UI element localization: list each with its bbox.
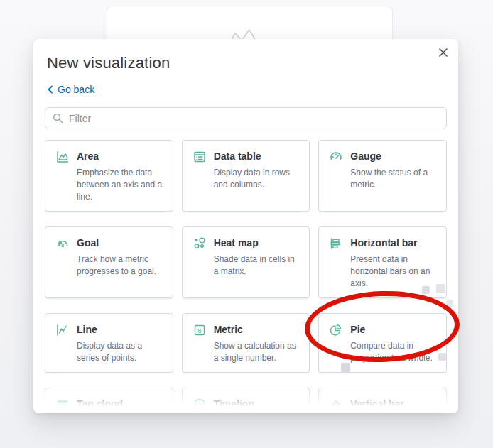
vis-type-title: Goal bbox=[77, 236, 164, 249]
vis-type-title: Horizontal bar bbox=[350, 236, 438, 249]
area-chart-icon bbox=[55, 150, 70, 164]
pie-chart-icon bbox=[329, 323, 343, 337]
filter-search-box bbox=[45, 107, 447, 129]
vis-type-card-gauge[interactable]: Gauge Show the status of a metric. bbox=[318, 140, 447, 212]
gauge-icon bbox=[329, 150, 343, 164]
svg-text:8: 8 bbox=[197, 327, 201, 334]
vis-type-description: Track how a metric progresses to a goal. bbox=[77, 253, 164, 278]
metric-icon: 8 bbox=[193, 323, 207, 337]
vis-type-card-line[interactable]: Line Display data as a series of points. bbox=[45, 313, 173, 373]
svg-text:8: 8 bbox=[61, 243, 64, 248]
tag-cloud-icon bbox=[55, 398, 70, 412]
go-back-link[interactable]: Go back bbox=[47, 84, 94, 95]
visualization-type-grid: Area Emphasize the data between an axis … bbox=[45, 140, 447, 413]
close-icon[interactable] bbox=[434, 43, 453, 62]
vis-type-title: Timelion bbox=[214, 398, 301, 410]
vertical-bar-icon bbox=[329, 398, 343, 412]
vis-type-card-timelion[interactable]: Timelion Show time series data on a grap… bbox=[182, 388, 310, 413]
vis-type-description: Shade data in cells in a matrix. bbox=[214, 253, 301, 278]
vis-type-title: Metric bbox=[214, 323, 301, 336]
vis-type-card-data-table[interactable]: Data table Display data in rows and colu… bbox=[182, 140, 310, 212]
vis-type-description: Display data as a series of points. bbox=[77, 340, 164, 364]
vis-type-title: Gauge bbox=[350, 150, 438, 163]
search-icon bbox=[53, 113, 63, 124]
vis-type-card-pie[interactable]: Pie Compare data in proportion to a whol… bbox=[318, 313, 447, 373]
vis-type-title: Tag cloud bbox=[77, 398, 164, 410]
goal-icon: 8 bbox=[55, 236, 70, 251]
screen: New visualization Go back bbox=[0, 0, 493, 448]
line-chart-icon bbox=[55, 323, 70, 337]
vis-type-title: Data table bbox=[214, 150, 301, 163]
vis-type-description: Show the status of a metric. bbox=[350, 167, 438, 191]
timelion-icon bbox=[193, 398, 207, 412]
horizontal-bar-icon bbox=[329, 236, 343, 251]
vis-type-description: Show a calculation as a single number. bbox=[214, 340, 301, 364]
vis-type-card-metric[interactable]: 8 Metric Show a calculation as a single … bbox=[182, 313, 310, 373]
vis-type-description: Present data in horizontal bars on an ax… bbox=[350, 253, 438, 290]
heat-map-icon bbox=[193, 236, 207, 251]
vis-type-card-heat-map[interactable]: Heat map Shade data in cells in a matrix… bbox=[182, 226, 310, 298]
vis-type-title: Area bbox=[77, 150, 164, 163]
vis-type-title: Pie bbox=[350, 323, 438, 336]
vis-type-description: Display data in rows and columns. bbox=[214, 167, 301, 191]
chevron-left-icon bbox=[47, 85, 53, 94]
vis-type-card-horizontal-bar[interactable]: Horizontal bar Present data in horizonta… bbox=[318, 226, 447, 298]
vis-type-description: Compare data in proportion to a whole. bbox=[350, 340, 438, 364]
vis-type-title: Line bbox=[77, 323, 164, 336]
page-title: New visualization bbox=[47, 54, 170, 72]
vis-type-title: Vertical bar bbox=[350, 398, 438, 410]
vis-type-card-goal[interactable]: 8 Goal Track how a metric progresses to … bbox=[45, 226, 173, 298]
filter-input[interactable] bbox=[69, 113, 439, 124]
vis-type-card-area[interactable]: Area Emphasize the data between an axis … bbox=[45, 140, 173, 212]
vis-type-title: Heat map bbox=[214, 236, 301, 249]
data-table-icon bbox=[193, 150, 207, 164]
new-visualization-modal: New visualization Go back bbox=[33, 39, 458, 413]
vis-type-description: Emphasize the data between an axis and a… bbox=[77, 167, 164, 203]
vis-type-card-vertical-bar[interactable]: Vertical bar Present data in vertical ba… bbox=[318, 388, 447, 413]
go-back-label: Go back bbox=[58, 84, 94, 95]
vis-type-card-tag-cloud[interactable]: Tag cloud Display word frequency with fo… bbox=[45, 388, 173, 413]
